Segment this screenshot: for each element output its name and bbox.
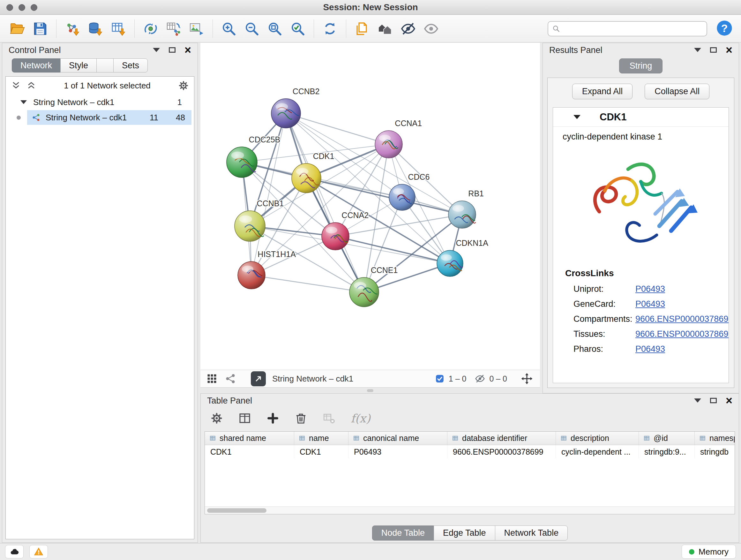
birdseye-view-button[interactable] bbox=[206, 373, 218, 384]
tab-node-table[interactable]: Node Table bbox=[372, 525, 434, 541]
table-cell[interactable]: stringdb bbox=[695, 445, 735, 458]
scrollbar-thumb[interactable] bbox=[207, 508, 266, 513]
tab-style[interactable]: Style bbox=[60, 58, 97, 72]
export-network-button[interactable] bbox=[251, 371, 266, 386]
new-network-button[interactable] bbox=[139, 17, 162, 40]
table-cell[interactable]: 9606.ENSP00000378699 bbox=[448, 445, 556, 458]
export-image-button[interactable] bbox=[185, 17, 208, 40]
table-cell[interactable]: CDK1 bbox=[294, 445, 348, 458]
import-table-button[interactable] bbox=[107, 17, 130, 40]
tab-network[interactable]: Network bbox=[12, 58, 61, 72]
panel-close-icon[interactable]: × bbox=[726, 396, 732, 406]
show-all-button[interactable] bbox=[420, 17, 443, 40]
minimize-window-button[interactable] bbox=[18, 4, 25, 11]
search-input[interactable] bbox=[563, 23, 703, 34]
collapse-all-button[interactable]: Collapse All bbox=[645, 84, 710, 99]
hidden-eye-slash-icon[interactable] bbox=[475, 374, 485, 384]
zoom-in-button[interactable] bbox=[217, 17, 240, 40]
expand-all-button[interactable]: Expand All bbox=[572, 84, 633, 99]
panel-float-icon[interactable] bbox=[710, 398, 717, 403]
collapse-section-icon[interactable] bbox=[574, 115, 581, 119]
network-node-ccna1[interactable]: CCNA1 bbox=[375, 119, 422, 158]
hide-selection-button[interactable] bbox=[397, 17, 420, 40]
network-node-ccnb2[interactable]: CCNB2 bbox=[271, 87, 320, 128]
network-from-table-button[interactable] bbox=[162, 17, 185, 40]
table-cell[interactable]: stringdb:9... bbox=[639, 445, 695, 458]
panel-close-icon[interactable]: × bbox=[726, 46, 732, 55]
function-builder-button[interactable]: f(x) bbox=[351, 412, 370, 425]
tab-network-table[interactable]: Network Table bbox=[495, 525, 568, 541]
show-columns-button[interactable] bbox=[239, 412, 251, 425]
collection-expand-icon[interactable] bbox=[20, 100, 27, 104]
tab-select[interactable] bbox=[96, 58, 114, 72]
zoom-fit-button[interactable] bbox=[263, 17, 286, 40]
network-row-selected[interactable]: String Network – cdk1 11 48 bbox=[27, 110, 192, 125]
crosslink-link[interactable]: P06493 bbox=[635, 344, 665, 354]
network-node-ccnb1[interactable]: CCNB1 bbox=[234, 199, 284, 241]
network-node-ccna2[interactable]: CCNA2 bbox=[322, 211, 368, 250]
panel-float-icon[interactable] bbox=[710, 47, 717, 53]
share-network-button[interactable] bbox=[225, 373, 236, 384]
table-cell[interactable]: CDK1 bbox=[205, 445, 294, 458]
table-horizontal-scrollbar[interactable] bbox=[205, 506, 735, 514]
refresh-view-button[interactable] bbox=[319, 17, 341, 40]
collapse-all-tree-button[interactable] bbox=[11, 80, 21, 91]
network-graph[interactable]: CCNB2CCNA1CDC25BCDK1CDC6RB1CCNB1CCNA2CDK… bbox=[200, 43, 540, 370]
horizontal-splitter[interactable] bbox=[200, 388, 540, 393]
network-canvas[interactable]: CCNB2CCNA1CDC25BCDK1CDC6RB1CCNB1CCNA2CDK… bbox=[200, 43, 540, 370]
help-button[interactable] bbox=[715, 19, 734, 38]
panel-menu-icon[interactable] bbox=[694, 48, 701, 52]
expand-all-tree-button[interactable] bbox=[26, 80, 37, 91]
selected-checkbox-icon[interactable] bbox=[435, 374, 445, 383]
search-box[interactable] bbox=[548, 21, 707, 37]
panel-close-icon[interactable]: × bbox=[185, 46, 191, 55]
network-node-rb1[interactable]: RB1 bbox=[448, 189, 484, 228]
table-cell[interactable]: cyclin-dependent ... bbox=[556, 445, 639, 458]
tab-string[interactable]: String bbox=[619, 58, 663, 73]
network-node-hist1h1a[interactable]: HIST1H1A bbox=[238, 250, 296, 289]
column-header--id[interactable]: @id bbox=[639, 432, 695, 445]
tab-sets[interactable]: Sets bbox=[113, 58, 148, 72]
network-node-ccne1[interactable]: CCNE1 bbox=[349, 266, 398, 307]
gene-section-header[interactable]: CDK1 bbox=[553, 108, 729, 127]
save-session-button[interactable] bbox=[29, 17, 52, 40]
copy-document-button[interactable] bbox=[351, 17, 374, 40]
network-row[interactable]: String Network – cdk1 11 48 bbox=[6, 110, 194, 125]
column-header-canonical-name[interactable]: canonical name bbox=[348, 432, 448, 445]
column-header-namespace[interactable]: namespace bbox=[695, 432, 735, 445]
tree-options-button[interactable] bbox=[178, 80, 189, 91]
crosslink-link[interactable]: P06493 bbox=[635, 284, 665, 294]
column-header-shared-name[interactable]: shared name bbox=[205, 432, 294, 445]
import-network-database-button[interactable] bbox=[84, 17, 107, 40]
crosslink-link[interactable]: 9606.ENSP00000378699 bbox=[635, 314, 729, 324]
crosslink-link[interactable]: 9606.ENSP00000378699 bbox=[635, 329, 729, 339]
table-options-button[interactable] bbox=[210, 412, 223, 425]
splitter-handle[interactable] bbox=[367, 389, 374, 392]
table-row[interactable]: CDK1CDK1P064939606.ENSP00000378699cyclin… bbox=[205, 445, 735, 458]
zoom-window-button[interactable] bbox=[30, 4, 37, 11]
open-session-button[interactable] bbox=[6, 17, 29, 40]
cloud-status-button[interactable] bbox=[5, 545, 23, 558]
zoom-selected-button[interactable] bbox=[286, 17, 309, 40]
column-header-database-identifier[interactable]: database identifier bbox=[448, 432, 556, 445]
column-header-name[interactable]: name bbox=[294, 432, 348, 445]
panel-float-icon[interactable] bbox=[169, 47, 176, 53]
import-network-file-button[interactable] bbox=[61, 17, 84, 40]
memory-button[interactable]: Memory bbox=[682, 545, 736, 559]
network-node-cdk1[interactable]: CDK1 bbox=[292, 152, 334, 193]
zoom-out-button[interactable] bbox=[240, 17, 263, 40]
close-window-button[interactable] bbox=[6, 4, 13, 11]
crosslink-link[interactable]: P06493 bbox=[635, 299, 665, 309]
home-button[interactable] bbox=[374, 17, 397, 40]
tab-edge-table[interactable]: Edge Table bbox=[434, 525, 495, 541]
network-collection-row[interactable]: String Network – cdk1 1 bbox=[6, 95, 194, 110]
add-column-button[interactable] bbox=[266, 412, 279, 425]
network-node-cdc6[interactable]: CDC6 bbox=[389, 172, 430, 210]
pan-move-icon[interactable] bbox=[521, 373, 533, 385]
table-cell[interactable]: P06493 bbox=[348, 445, 448, 458]
panel-menu-icon[interactable] bbox=[153, 48, 160, 52]
column-header-description[interactable]: description bbox=[556, 432, 639, 445]
delete-column-button[interactable] bbox=[294, 412, 307, 425]
warnings-button[interactable] bbox=[29, 545, 48, 558]
panel-menu-icon[interactable] bbox=[694, 398, 701, 402]
